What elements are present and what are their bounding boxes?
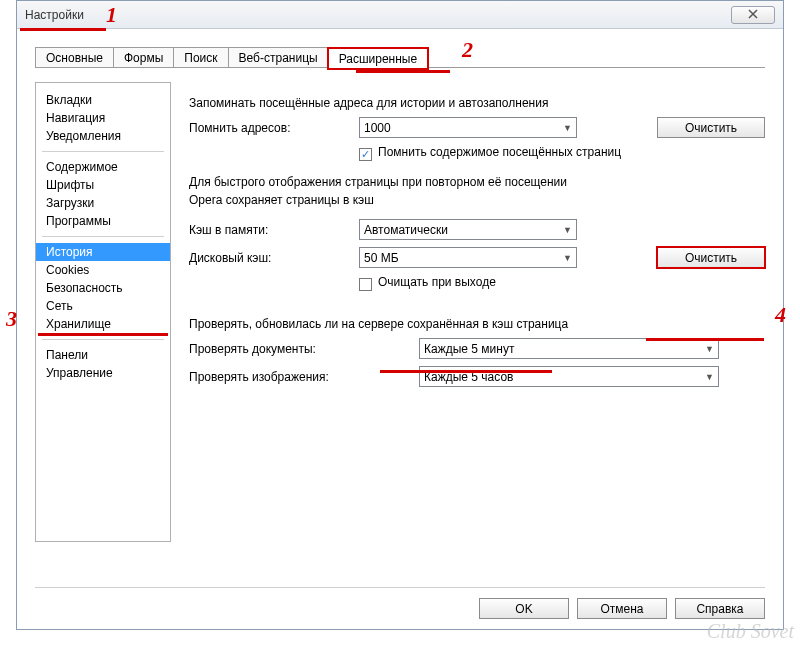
ok-button[interactable]: OK: [479, 598, 569, 619]
clear-on-exit-checkbox[interactable]: [359, 278, 372, 291]
clear-history-button[interactable]: Очистить: [657, 117, 765, 138]
settings-window: Настройки Основные Формы Поиск Веб-стран…: [16, 0, 784, 630]
select-value: Каждые 5 минут: [424, 342, 514, 356]
chevron-down-icon: ▼: [563, 253, 572, 263]
history-settings-panel: Запоминать посещённые адреса для истории…: [189, 82, 765, 542]
check-documents-select[interactable]: Каждые 5 минут ▼: [419, 338, 719, 359]
sidebar-item-cookies[interactable]: Cookies: [36, 261, 170, 279]
annot-underline-exit: [380, 370, 552, 373]
sidebar-item-fonts[interactable]: Шрифты: [36, 176, 170, 194]
sidebar-item-control[interactable]: Управление: [36, 364, 170, 382]
annotation-3: 3: [6, 306, 17, 332]
tab-forms[interactable]: Формы: [113, 47, 174, 68]
sidebar-item-storage[interactable]: Хранилище: [36, 315, 170, 333]
sidebar-item-content[interactable]: Содержимое: [36, 158, 170, 176]
cancel-button[interactable]: Отмена: [577, 598, 667, 619]
clear-disk-cache-button[interactable]: Очистить: [657, 247, 765, 268]
annotation-4: 4: [775, 302, 786, 328]
button-label: Очистить: [685, 121, 737, 135]
check-images-label: Проверять изображения:: [189, 370, 409, 384]
check-updates-heading: Проверять, обновилась ли на сервере сохр…: [189, 317, 765, 331]
remember-addresses-label: Помнить адресов:: [189, 121, 349, 135]
chevron-down-icon: ▼: [705, 344, 714, 354]
cache-description-line1: Для быстрого отображения страницы при по…: [189, 175, 765, 189]
select-value: Автоматически: [364, 223, 448, 237]
remember-content-checkbox[interactable]: [359, 148, 372, 161]
annot-underline-3: [38, 333, 168, 336]
annot-underline-4: [646, 338, 764, 341]
sidebar-item-network[interactable]: Сеть: [36, 297, 170, 315]
clear-on-exit-checkbox-label: Очищать при выходе: [378, 275, 496, 289]
annot-underline-1: [20, 28, 106, 31]
annotation-2: 2: [462, 37, 473, 63]
chevron-down-icon: ▼: [563, 225, 572, 235]
select-value: 50 МБ: [364, 251, 399, 265]
chevron-down-icon: ▼: [705, 372, 714, 382]
button-label: Очистить: [685, 251, 737, 265]
select-value: 1000: [364, 121, 391, 135]
tab-label: Поиск: [184, 51, 217, 65]
tab-general[interactable]: Основные: [35, 47, 114, 68]
sidebar-item-notifications[interactable]: Уведомления: [36, 127, 170, 145]
button-label: Отмена: [600, 602, 643, 616]
tab-label: Веб-страницы: [239, 51, 318, 65]
annot-underline-2: [356, 70, 450, 73]
button-label: OK: [515, 602, 532, 616]
remember-content-checkbox-label: Помнить содержимое посещённых страниц: [378, 145, 621, 159]
sidebar-item-tabs[interactable]: Вкладки: [36, 91, 170, 109]
window-close-button[interactable]: [731, 6, 775, 24]
tab-search[interactable]: Поиск: [173, 47, 228, 68]
sidebar-item-panels[interactable]: Панели: [36, 346, 170, 364]
tab-strip: Основные Формы Поиск Веб-страницы Расшир…: [17, 29, 783, 68]
memory-cache-select[interactable]: Автоматически ▼: [359, 219, 577, 240]
watermark: Club Sovet: [707, 620, 794, 643]
titlebar: Настройки: [17, 1, 783, 29]
tab-webpages[interactable]: Веб-страницы: [228, 47, 329, 68]
history-heading: Запоминать посещённые адреса для истории…: [189, 96, 765, 110]
remember-addresses-select[interactable]: 1000 ▼: [359, 117, 577, 138]
annotation-1: 1: [106, 2, 117, 28]
disk-cache-label: Дисковый кэш:: [189, 251, 349, 265]
cache-description-line2: Opera сохраняет страницы в кэш: [189, 193, 765, 207]
tab-advanced[interactable]: Расширенные: [328, 48, 429, 69]
check-documents-label: Проверять документы:: [189, 342, 409, 356]
tab-label: Формы: [124, 51, 163, 65]
disk-cache-select[interactable]: 50 МБ ▼: [359, 247, 577, 268]
chevron-down-icon: ▼: [563, 123, 572, 133]
sidebar-item-navigation[interactable]: Навигация: [36, 109, 170, 127]
advanced-sidebar: Вкладки Навигация Уведомления Содержимое…: [35, 82, 171, 542]
help-button[interactable]: Справка: [675, 598, 765, 619]
dialog-footer: OK Отмена Справка: [35, 587, 765, 619]
close-icon: [748, 8, 758, 22]
button-label: Справка: [696, 602, 743, 616]
sidebar-item-security[interactable]: Безопасность: [36, 279, 170, 297]
tab-label: Расширенные: [339, 52, 418, 66]
window-title: Настройки: [25, 8, 84, 22]
sidebar-item-downloads[interactable]: Загрузки: [36, 194, 170, 212]
sidebar-item-programs[interactable]: Программы: [36, 212, 170, 230]
tab-label: Основные: [46, 51, 103, 65]
sidebar-item-history[interactable]: История: [36, 243, 170, 261]
memory-cache-label: Кэш в памяти:: [189, 223, 349, 237]
